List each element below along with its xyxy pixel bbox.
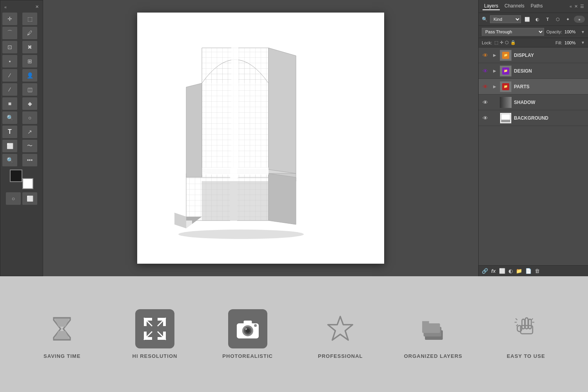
type-tool[interactable]: T — [2, 126, 17, 138]
eraser-tool[interactable]: ◫ — [22, 83, 37, 96]
new-layer-button[interactable]: 📄 — [525, 268, 532, 274]
svg-marker-16 — [54, 331, 70, 339]
foreground-color[interactable] — [10, 170, 22, 182]
layer-item-parts[interactable]: 👁 ▶ 📁 PARTS — [479, 79, 588, 95]
visibility-display[interactable]: 👁 — [481, 51, 490, 60]
lock-pixels-btn[interactable]: ⬚ — [494, 40, 498, 45]
canvas — [137, 13, 384, 264]
kind-toolbar: 🔍 Kind ⬜ ◐ T ⬡ ✦ ● — [479, 13, 588, 26]
brush-tool[interactable]: ⁄ — [2, 69, 17, 82]
screen-mode[interactable]: ⬜ — [22, 192, 37, 205]
adjust-filter-btn[interactable]: ◐ — [534, 15, 541, 23]
transform-tool[interactable]: ⊞ — [22, 55, 37, 67]
more-tools[interactable]: ••• — [22, 154, 37, 166]
close-icon[interactable]: ✕ — [35, 4, 39, 9]
marquee-tool[interactable]: ⬚ — [22, 13, 37, 25]
panel-footer: 🔗 fx ⬜ ◐ 📁 📄 🗑 — [479, 265, 588, 276]
artwork-preview — [151, 24, 370, 252]
lock-icons: ⬚ ✛ ⬡ 🔒 — [494, 40, 516, 45]
lock-position-btn[interactable]: ✛ — [500, 40, 503, 45]
fill-expand-icon[interactable]: ▼ — [581, 40, 585, 45]
svg-rect-28 — [243, 321, 252, 325]
svg-point-33 — [254, 324, 257, 327]
feature-hi-resolution: HI RESOLUTION — [123, 309, 186, 359]
visibility-shadow[interactable]: 👁 — [481, 98, 490, 107]
tab-layers[interactable]: Layers — [483, 2, 500, 10]
search-icon: 🔍 — [482, 16, 488, 22]
panel-tabs: Layers Channels Paths — [483, 2, 544, 10]
toolbar-bottom: ○ ⬜ — [6, 192, 37, 205]
hand-icon — [506, 309, 546, 348]
history-brush[interactable]: ⁄ — [2, 83, 17, 96]
lock-all-btn[interactable]: 🔒 — [510, 40, 516, 45]
toolbar-header: « ✕ — [2, 4, 41, 9]
adjustment-button[interactable]: ◐ — [508, 268, 513, 274]
lasso-tool[interactable]: ⌒ — [2, 27, 17, 39]
opacity-expand-icon[interactable]: ▼ — [581, 30, 585, 34]
fx-button[interactable]: fx — [491, 268, 496, 274]
color-swatches — [10, 170, 33, 189]
panel-menu-icon[interactable]: ☰ — [580, 4, 584, 9]
visibility-background[interactable]: 👁 — [481, 114, 490, 122]
thumb-background — [500, 113, 512, 124]
clone-tool[interactable]: 👤 — [22, 69, 37, 82]
expand-design[interactable]: ▶ — [492, 68, 497, 74]
shape-filter-btn[interactable]: ⬡ — [554, 15, 562, 23]
saving-time-label: SAVING TIME — [44, 353, 81, 359]
kind-dropdown[interactable]: Kind — [490, 15, 521, 23]
color-picker[interactable]: ▪ — [2, 55, 17, 67]
smudge-tool[interactable]: 〜 — [22, 140, 37, 152]
blend-mode-dropdown[interactable]: Pass Through Normal Multiply Screen — [482, 28, 544, 36]
crop-tool[interactable]: ⊡ — [2, 41, 17, 53]
svg-marker-9 — [186, 83, 202, 177]
dodge-tool[interactable]: 🔍 — [2, 111, 17, 124]
shape-tool[interactable]: ⬜ — [2, 140, 17, 152]
photorealistic-label: PHOTOREALISTIC — [222, 353, 273, 359]
tab-paths[interactable]: Paths — [529, 2, 544, 10]
layer-name-parts: PARTS — [514, 84, 530, 89]
eyedropper-tool[interactable]: 🖊 — [22, 27, 37, 39]
svg-line-45 — [531, 318, 533, 320]
feature-photorealistic: PHOTOREALISTIC — [216, 309, 279, 359]
collapse-icon[interactable]: « — [4, 5, 7, 9]
layer-name-design: DESIGN — [514, 68, 532, 74]
badge-parts: 📁 — [502, 83, 509, 90]
group-button[interactable]: 📁 — [516, 268, 522, 274]
patch-tool[interactable]: ✖ — [22, 41, 37, 53]
layer-item-display[interactable]: 👁 ▶ 📁 DISPLAY — [479, 47, 588, 63]
visibility-design[interactable]: 👁 — [481, 67, 490, 75]
expand-display[interactable]: ▶ — [492, 53, 497, 58]
panel-close-icon[interactable]: ✕ — [574, 4, 578, 9]
type-filter-btn[interactable]: T — [544, 15, 552, 23]
mask-button[interactable]: ⬜ — [499, 268, 505, 274]
layer-item-design[interactable]: 👁 ▶ 📁 DESIGN — [479, 63, 588, 79]
hourglass-svg — [48, 315, 76, 343]
left-toolbar: « ✕ ✛ ⬚ ⌒ 🖊 ⊡ ✖ ▪ ⊞ ⁄ 👤 ⁄ ◫ ■ ◆ 🔍 — [0, 0, 43, 276]
tab-channels[interactable]: Channels — [503, 2, 526, 10]
layer-item-shadow[interactable]: 👁 SHADOW — [479, 95, 588, 110]
delete-layer-button[interactable]: 🗑 — [535, 268, 540, 274]
pixel-filter-btn[interactable]: ⬜ — [523, 15, 531, 23]
expand-parts[interactable]: ▶ — [492, 84, 497, 89]
filter-toggle-btn[interactable]: ● — [574, 16, 585, 23]
layer-name-display: DISPLAY — [514, 53, 534, 58]
zoom-tool[interactable]: 🔍 — [2, 154, 17, 166]
quick-mask[interactable]: ○ — [6, 192, 21, 205]
path-select[interactable]: ↗ — [22, 126, 37, 138]
tool-grid: ✛ ⬚ ⌒ 🖊 ⊡ ✖ ▪ ⊞ ⁄ 👤 ⁄ ◫ ■ ◆ 🔍 ○ T ↗ — [2, 13, 41, 166]
thumb-design: 📁 — [500, 66, 512, 77]
fill-label: Fill: — [555, 40, 562, 45]
svg-rect-37 — [422, 323, 440, 333]
background-color[interactable] — [22, 178, 33, 189]
move-tool[interactable]: ✛ — [2, 13, 17, 25]
burn-tool[interactable]: ○ — [22, 111, 37, 124]
fill-tool[interactable]: ◆ — [22, 97, 37, 110]
visibility-parts[interactable]: 👁 — [481, 82, 490, 91]
gradient-tool[interactable]: ■ — [2, 97, 17, 110]
panel-collapse-icon[interactable]: « — [570, 4, 572, 9]
layer-item-background[interactable]: 👁 BACKGROUND — [479, 110, 588, 126]
svg-line-44 — [515, 318, 517, 320]
lock-artboard-btn[interactable]: ⬡ — [505, 40, 509, 45]
link-button[interactable]: 🔗 — [482, 268, 488, 274]
smart-filter-btn[interactable]: ✦ — [564, 15, 572, 23]
